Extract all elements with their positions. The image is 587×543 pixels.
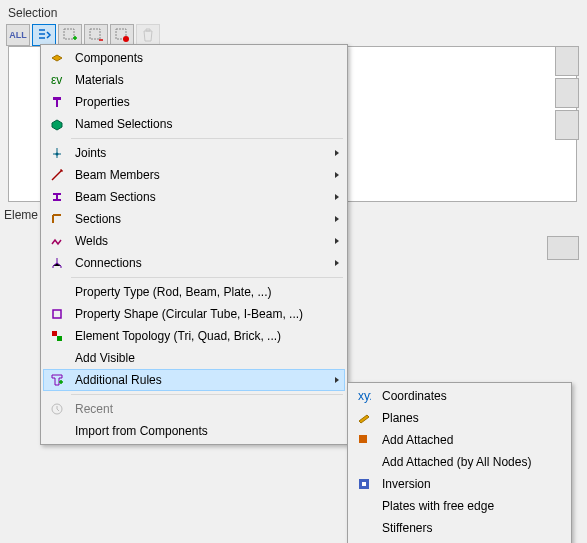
menu-label: Recent: [67, 402, 341, 416]
selection-rules-menu: Components εv Materials Properties Named…: [40, 44, 348, 445]
apply-button[interactable]: [547, 236, 579, 260]
menu-label: Inversion: [374, 477, 565, 491]
submenu-stiffeners[interactable]: Stiffeners: [350, 517, 569, 539]
rule-select-button[interactable]: [32, 24, 56, 46]
menu-label: Joints: [67, 146, 333, 160]
beam-members-icon: [50, 168, 64, 182]
subtract-select-button[interactable]: [84, 24, 108, 46]
svg-rect-14: [363, 439, 367, 443]
menu-joints[interactable]: Joints: [43, 142, 345, 164]
side-button-2[interactable]: [555, 78, 579, 108]
add-attached-icon: [357, 433, 371, 447]
trash-icon: [140, 27, 156, 43]
menu-property-shape[interactable]: Property Shape (Circular Tube, I-Beam, .…: [43, 303, 345, 325]
beam-sections-icon: [50, 190, 64, 204]
property-shape-icon: [50, 307, 64, 321]
menu-label: Add Attached (by All Nodes): [374, 455, 565, 469]
sections-icon: [50, 212, 64, 226]
menu-separator: [71, 394, 343, 395]
chevron-right-icon: [333, 376, 341, 384]
dashed-subtract-icon: [88, 27, 104, 43]
menu-separator: [71, 277, 343, 278]
menu-add-visible[interactable]: Add Visible: [43, 347, 345, 369]
planes-icon: [357, 411, 371, 425]
menu-label: Property Shape (Circular Tube, I-Beam, .…: [67, 307, 341, 321]
rule-icon: [36, 27, 52, 43]
svg-rect-12: [363, 435, 367, 439]
panel-title: Selection: [4, 4, 384, 22]
menu-label: Components: [67, 51, 341, 65]
select-all-button[interactable]: ALL: [6, 24, 30, 46]
submenu-plates-free-edge[interactable]: Plates with free edge: [350, 495, 569, 517]
svg-rect-11: [359, 435, 363, 439]
menu-label: Import from Components: [67, 424, 341, 438]
properties-icon: [50, 95, 64, 109]
svg-rect-8: [57, 336, 62, 341]
menu-property-type[interactable]: Property Type (Rod, Beam, Plate, ...): [43, 281, 345, 303]
menu-label: Additional Rules: [67, 373, 333, 387]
joints-icon: [50, 146, 64, 160]
chevron-right-icon: [333, 237, 341, 245]
additional-rules-icon: [50, 373, 64, 387]
svg-rect-7: [52, 331, 57, 336]
submenu-planes[interactable]: Planes: [350, 407, 569, 429]
coordinates-icon: xyz: [357, 389, 371, 403]
menu-label: Properties: [67, 95, 341, 109]
menu-welds[interactable]: Welds: [43, 230, 345, 252]
elements-label: Eleme: [4, 208, 38, 222]
svg-text:xyz: xyz: [358, 389, 371, 403]
svg-rect-13: [359, 439, 363, 443]
components-icon: [50, 51, 64, 65]
topology-icon: [50, 329, 64, 343]
menu-label: Plates with free edge: [374, 499, 565, 513]
welds-icon: [50, 234, 64, 248]
menu-element-topology[interactable]: Element Topology (Tri, Quad, Brick, ...): [43, 325, 345, 347]
chevron-right-icon: [333, 215, 341, 223]
all-label: ALL: [9, 30, 27, 40]
svg-point-3: [123, 36, 129, 42]
menu-label: Property Type (Rod, Beam, Plate, ...): [67, 285, 341, 299]
menu-label: Stiffeners: [374, 521, 565, 535]
submenu-inversion[interactable]: Inversion: [350, 473, 569, 495]
recent-icon: [50, 402, 64, 416]
submenu-coordinates[interactable]: xyz Coordinates: [350, 385, 569, 407]
menu-label: Add Visible: [67, 351, 341, 365]
svg-rect-0: [64, 29, 74, 39]
submenu-add-attached[interactable]: Add Attached: [350, 429, 569, 451]
submenu-surface-elements[interactable]: Surface Elements: [350, 539, 569, 543]
named-selection-icon: [50, 117, 64, 131]
svg-rect-1: [90, 29, 100, 39]
menu-sections[interactable]: Sections: [43, 208, 345, 230]
menu-named-selections[interactable]: Named Selections: [43, 113, 345, 135]
menu-separator: [71, 138, 343, 139]
menu-label: Coordinates: [374, 389, 565, 403]
menu-label: Planes: [374, 411, 565, 425]
dashed-add-icon: [62, 27, 78, 43]
menu-properties[interactable]: Properties: [43, 91, 345, 113]
dashed-invert-icon: [114, 27, 130, 43]
svg-point-5: [56, 153, 59, 156]
side-button-3[interactable]: [555, 110, 579, 140]
menu-label: Beam Sections: [67, 190, 333, 204]
menu-import-components[interactable]: Import from Components: [43, 420, 345, 442]
additional-rules-submenu: xyz Coordinates Planes Add Attached Add …: [347, 382, 572, 543]
invert-select-button[interactable]: [110, 24, 134, 46]
svg-text:εv: εv: [51, 73, 62, 87]
menu-beam-members[interactable]: Beam Members: [43, 164, 345, 186]
delete-button: [136, 24, 160, 46]
menu-additional-rules[interactable]: Additional Rules: [43, 369, 345, 391]
chevron-right-icon: [333, 171, 341, 179]
menu-materials[interactable]: εv Materials: [43, 69, 345, 91]
side-button-1[interactable]: [555, 46, 579, 76]
chevron-right-icon: [333, 259, 341, 267]
menu-components[interactable]: Components: [43, 47, 345, 69]
menu-label: Connections: [67, 256, 333, 270]
add-select-button[interactable]: [58, 24, 82, 46]
svg-rect-16: [362, 482, 366, 486]
menu-connections[interactable]: Connections: [43, 252, 345, 274]
menu-label: Welds: [67, 234, 333, 248]
submenu-add-attached-all[interactable]: Add Attached (by All Nodes): [350, 451, 569, 473]
menu-label: Beam Members: [67, 168, 333, 182]
menu-beam-sections[interactable]: Beam Sections: [43, 186, 345, 208]
menu-label: Element Topology (Tri, Quad, Brick, ...): [67, 329, 341, 343]
